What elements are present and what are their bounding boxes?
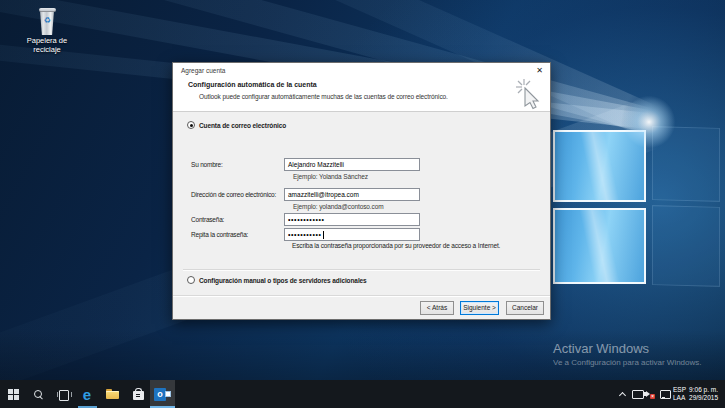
task-view-icon [57,390,70,399]
recycle-bin-label: Papelera de reciclaje [24,37,70,54]
repeat-password-label: Repita la contraseña: [191,228,286,241]
name-input[interactable]: Alejandro Mazzitelli [284,158,420,171]
tray-action-center-button[interactable] [660,380,670,408]
add-account-dialog: Agregar cuenta ✕ Configuración automátic… [172,62,551,320]
tray-volume-button[interactable]: × [644,380,655,408]
language-indicator-text: ESP LAA [673,386,686,402]
dialog-body: Cuenta de correo electrónico Su nombre: … [173,111,550,296]
edge-taskbar-button[interactable]: e [75,380,99,408]
wallpaper-shade [0,330,725,380]
dialog-header-subtitle: Outlook puede configurar automáticamente… [199,93,448,100]
name-example: Ejemplo: Yolanda Sánchez [293,173,368,180]
recycle-bin-label-line2: reciclaje [24,46,70,55]
separator [183,269,540,271]
windows-logo-pane-dark [652,126,720,202]
taskbar: e o × ESP LAA 9:06 p. m. [0,380,725,408]
password-input[interactable]: •••••••••••• [284,213,420,226]
tray-clock[interactable]: 9:06 p. m. 29/9/2015 [687,380,718,408]
action-center-icon [660,390,670,399]
watermark-title: Activar Windows [553,341,702,356]
dialog-button-bar: < Atrás Siguiente > Cancelar [173,295,550,319]
keyboard-layout-code: LAA [673,394,686,402]
windows-start-icon [8,389,19,400]
manual-config-radio[interactable]: Configuración manual o tipos de servidor… [187,276,367,284]
manual-config-radio-label: Configuración manual o tipos de servidor… [199,277,367,284]
close-icon[interactable]: ✕ [533,65,546,77]
email-account-radio-label: Cuenta de correo electrónico [199,122,286,129]
language-code: ESP [673,386,686,394]
email-label: Dirección de correo electrónico: [191,188,286,201]
windows-logo-pane-dark [652,205,720,287]
recycle-bin-shortcut[interactable]: ♻ Papelera de reciclaje [24,8,70,54]
tray-network-button[interactable] [632,380,643,408]
password-label: Contraseña: [191,213,286,226]
task-view-button[interactable] [51,380,75,408]
recycle-symbol-icon: ♻ [39,17,56,25]
name-label: Su nombre: [191,158,286,171]
outlook-taskbar-button[interactable]: o [150,380,175,408]
tray-time: 9:06 p. m. [687,386,718,394]
desktop: ♻ Papelera de reciclaje Activar Windows … [0,0,725,408]
tray-show-hidden-icons[interactable] [619,380,626,408]
chevron-up-icon [619,391,626,398]
file-explorer-taskbar-button[interactable] [100,380,124,408]
dialog-title: Agregar cuenta [181,67,225,74]
tray-language-indicator[interactable]: ESP LAA [673,380,686,408]
recycle-bin-icon: ♻ [39,8,56,35]
radio-unselected-icon[interactable] [187,276,195,284]
speaker-muted-icon: × [644,389,655,399]
text-caret [323,231,324,239]
windows-logo-pane [553,130,646,202]
cancel-button[interactable]: Cancelar [506,301,544,315]
windows-logo-pane [553,208,646,284]
tray-date: 29/9/2015 [687,394,718,402]
back-button[interactable]: < Atrás [420,301,454,315]
edge-icon: e [83,387,91,402]
activation-watermark: Activar Windows Ve a Configuración para … [553,341,702,367]
repeat-password-input[interactable]: ••••••••••• [284,228,420,241]
dialog-header-title: Configuración automática de la cuenta [188,81,317,88]
file-explorer-icon [106,389,119,399]
outlook-icon: o [154,388,171,401]
store-taskbar-button[interactable] [126,380,150,408]
watermark-subtitle: Ve a Configuración para activar Windows. [553,358,702,367]
next-button[interactable]: Siguiente > [460,301,499,315]
network-icon [632,389,643,399]
recycle-bin-lid [39,8,56,12]
radio-selected-icon[interactable] [187,121,195,129]
email-input[interactable]: amazzitelli@itropea.com [284,188,420,201]
email-example: Ejemplo: yolanda@contoso.com [293,203,384,210]
store-icon [133,391,144,400]
start-button[interactable] [1,380,25,408]
magic-wand-icon [515,78,543,110]
outlook-icon-envelope [165,391,171,397]
search-button[interactable] [26,380,50,408]
email-account-radio[interactable]: Cuenta de correo electrónico [187,121,286,129]
clock-text: 9:06 p. m. 29/9/2015 [687,386,718,402]
password-note: Escriba la contraseña proporcionada por … [292,242,500,249]
search-icon [34,390,43,399]
repeat-password-value: ••••••••••• [288,231,322,238]
